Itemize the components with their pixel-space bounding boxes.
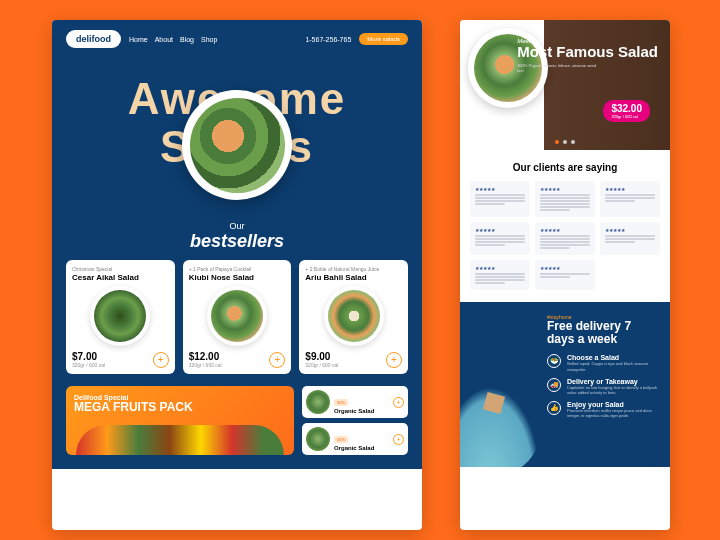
star-rating-icon: ★★★★★: [475, 227, 525, 233]
star-rating-icon: ★★★★★: [475, 186, 525, 192]
cta-button[interactable]: More salads: [359, 33, 408, 45]
famous-title: Most Famous Salad: [517, 44, 658, 59]
product-card[interactable]: Christmas Special Cesar Aikal Salad $7.0…: [66, 260, 175, 374]
product-card[interactable]: + 1 Pack of Papaya Cocktail Kiubi Nose S…: [183, 260, 292, 374]
hero-salad-image: [182, 90, 292, 200]
brand-logo[interactable]: delifood: [66, 30, 121, 48]
salad-image: [90, 286, 150, 346]
review-card: ★★★★★: [470, 181, 530, 217]
nav-about[interactable]: About: [155, 36, 173, 43]
star-rating-icon: ★★★★★: [540, 227, 590, 233]
mini-title: Organic Salad: [334, 445, 389, 451]
mini-product-card[interactable]: 50%Organic Salad +: [302, 386, 408, 418]
card-price: $9.00: [305, 351, 338, 362]
add-to-cart-button[interactable]: +: [269, 352, 285, 368]
famous-salad-section: Meet the Most Famous Salad 100% Organic …: [460, 20, 670, 150]
reviews-section: Our clients are saying ★★★★★ ★★★★★ ★★★★★…: [460, 150, 670, 302]
delivery-section: #stayhome Free delivery 7 days a week 🥗 …: [460, 302, 670, 467]
delivery-step: 👍 Enjoy your SaladPraesent interdum moll…: [547, 401, 658, 418]
nav-home[interactable]: Home: [129, 36, 148, 43]
nav-menu: Home About Blog Shop: [129, 36, 217, 43]
card-price: $12.00: [189, 351, 222, 362]
star-rating-icon: ★★★★★: [605, 186, 655, 192]
step-desc: Capitalize on low hanging fruit to ident…: [567, 385, 658, 395]
mini-title: Organic Salad: [334, 408, 389, 414]
step-title: Delivery or Takeaway: [567, 378, 658, 385]
mini-cards: 50%Organic Salad + 50%Organic Salad +: [302, 386, 408, 455]
top-navigation: delifood Home About Blog Shop 1-567-256-…: [52, 20, 422, 58]
mini-product-card[interactable]: 50%Organic Salad +: [302, 423, 408, 455]
thumbs-up-icon: 👍: [547, 401, 561, 415]
step-desc: Praesent interdum mollis neque purus sed…: [567, 408, 658, 418]
landing-page-main: delifood Home About Blog Shop 1-567-256-…: [52, 20, 422, 530]
card-title: Kiubi Nose Salad: [189, 273, 286, 282]
carousel-dot[interactable]: [555, 140, 559, 144]
card-title: Ariu Bahli Salad: [305, 273, 402, 282]
bestseller-cards: Christmas Special Cesar Aikal Salad $7.0…: [52, 260, 422, 386]
star-rating-icon: ★★★★★: [540, 265, 590, 271]
step-title: Choose a Salad: [567, 354, 658, 361]
reviews-title: Our clients are saying: [470, 162, 660, 173]
carousel-dot[interactable]: [563, 140, 567, 144]
fruits-image: [76, 425, 284, 455]
card-weight: 320gr / 600 cal: [189, 362, 222, 368]
phone-number: 1-567-256-765: [305, 36, 351, 43]
nav-shop[interactable]: Shop: [201, 36, 217, 43]
bestsellers-heading: Our bestsellers: [52, 221, 422, 260]
review-card: ★★★★★: [470, 260, 530, 290]
mega-section: Delifood Special MEGA FRUITS PACK 50%Org…: [52, 386, 422, 469]
mega-fruits-banner[interactable]: Delifood Special MEGA FRUITS PACK: [66, 386, 294, 455]
star-rating-icon: ★★★★★: [540, 186, 590, 192]
famous-price-badge: $32.00 320gr / 600 cal: [603, 100, 650, 122]
card-tag: Christmas Special: [72, 266, 169, 272]
product-card[interactable]: + 2 Bottle of Natural Mango Juice Ariu B…: [299, 260, 408, 374]
salad-image: [207, 286, 267, 346]
review-card: ★★★★★: [535, 260, 595, 290]
card-weight: 320gr / 600 cal: [305, 362, 338, 368]
discount-badge: 50%: [334, 399, 348, 406]
review-card: ★★★★★: [470, 222, 530, 255]
add-to-cart-button[interactable]: +: [153, 352, 169, 368]
truck-icon: 🚚: [547, 378, 561, 392]
step-desc: Grilled squid, Cappa crisps and black se…: [567, 361, 658, 371]
reviews-grid: ★★★★★ ★★★★★ ★★★★★ ★★★★★ ★★★★★ ★★★★★ ★★★★…: [470, 181, 660, 290]
salad-image: [324, 286, 384, 346]
nav-blog[interactable]: Blog: [180, 36, 194, 43]
review-card: ★★★★★: [600, 181, 660, 217]
mini-salad-image: [306, 390, 330, 414]
card-title: Cesar Aikal Salad: [72, 273, 169, 282]
mega-title: MEGA FRUITS PACK: [74, 401, 286, 414]
add-to-cart-button[interactable]: +: [393, 434, 404, 445]
star-rating-icon: ★★★★★: [475, 265, 525, 271]
carousel-dot[interactable]: [571, 140, 575, 144]
star-rating-icon: ★★★★★: [605, 227, 655, 233]
landing-page-secondary: Meet the Most Famous Salad 100% Organic …: [460, 20, 670, 530]
bestsellers-our: Our: [52, 221, 422, 231]
salad-icon: 🥗: [547, 354, 561, 368]
delivery-step: 🚚 Delivery or TakeawayCapitalize on low …: [547, 378, 658, 395]
famous-weight: 320gr / 600 cal: [611, 114, 642, 119]
add-to-cart-button[interactable]: +: [393, 397, 404, 408]
review-card: ★★★★★: [600, 222, 660, 255]
delivery-step: 🥗 Choose a SaladGrilled squid, Cappa cri…: [547, 354, 658, 371]
review-card: ★★★★★: [535, 181, 595, 217]
discount-badge: 50%: [334, 436, 348, 443]
card-tag: + 1 Pack of Papaya Cocktail: [189, 266, 286, 272]
famous-description: 100% Organic tomato, lettuce, sesame see…: [517, 63, 597, 73]
delivery-title: Free delivery 7 days a week: [547, 320, 658, 346]
bestsellers-title: bestsellers: [52, 231, 422, 252]
famous-price: $32.00: [611, 103, 642, 114]
card-tag: + 2 Bottle of Natural Mango Juice: [305, 266, 402, 272]
step-title: Enjoy your Salad: [567, 401, 658, 408]
mini-salad-image: [306, 427, 330, 451]
card-price: $7.00: [72, 351, 105, 362]
add-to-cart-button[interactable]: +: [386, 352, 402, 368]
hero-section: delifood Home About Blog Shop 1-567-256-…: [52, 20, 422, 260]
review-card: ★★★★★: [535, 222, 595, 255]
card-weight: 320gr / 600 cal: [72, 362, 105, 368]
carousel-dots: [555, 140, 575, 144]
